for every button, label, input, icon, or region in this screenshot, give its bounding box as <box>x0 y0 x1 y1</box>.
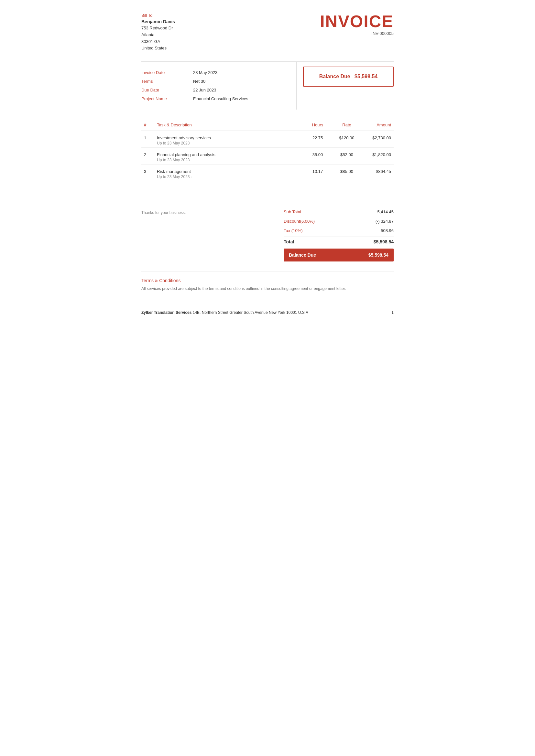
tax-label: Tax (10%) <box>284 228 303 233</box>
footer-company-name: Zylker Translation Services <box>141 310 191 315</box>
col-rate-header: Rate <box>332 119 361 131</box>
project-name-label: Project Name <box>141 96 193 101</box>
item-amount-0: $2,730.00 <box>361 131 394 148</box>
discount-value: (-) 324.87 <box>376 219 394 224</box>
invoice-title: INVOICE <box>320 13 394 30</box>
info-table: Invoice Date 23 May 2023 Terms Net 30 Du… <box>141 62 296 110</box>
due-date-value: 22 Jun 2023 <box>193 88 216 93</box>
item-rate-0: $120.00 <box>332 131 361 148</box>
thanks-text: Thanks for your business. <box>141 207 186 215</box>
due-date-label: Due Date <box>141 88 193 93</box>
footer-page-number: 1 <box>391 310 394 315</box>
item-desc-2: Risk management Up to 23 May 2023 : <box>154 165 303 181</box>
footer-section: Thanks for your business. Sub Total 5,41… <box>141 207 394 261</box>
due-date-row: Due Date 22 Jun 2023 <box>141 86 296 94</box>
item-hours-2: 10.17 <box>303 165 332 181</box>
table-row: 1 Investment advisory services Up to 23 … <box>141 131 394 148</box>
item-title-0: Investment advisory services <box>157 135 300 140</box>
bill-to-address: 753 Redwood Dr Atlanta 30301 GA United S… <box>141 25 175 52</box>
terms-value: Net 30 <box>193 79 205 84</box>
terms-text: All services provided are subject to the… <box>141 286 394 292</box>
items-table: # Task & Description Hours Rate Amount 1… <box>141 119 394 181</box>
item-num-1: 2 <box>141 148 154 165</box>
item-hours-0: 22.75 <box>303 131 332 148</box>
col-hash-header: # <box>141 119 154 131</box>
discount-row: Discount(6.00%) (-) 324.87 <box>284 217 394 226</box>
balance-due-row: Balance Due $5,598.54 <box>284 249 394 261</box>
invoice-number: INV-000005 <box>320 31 394 36</box>
item-subtitle-0: Up to 23 May 2023 <box>157 141 300 146</box>
bill-to-name: Benjamin Davis <box>141 19 175 24</box>
balance-due-box-text: Balance Due $5,598.54 <box>319 74 378 79</box>
item-amount-1: $1,820.00 <box>361 148 394 165</box>
invoice-title-block: INVOICE INV-000005 <box>320 13 394 36</box>
table-row: 2 Financial planning and analysis Up to … <box>141 148 394 165</box>
discount-label: Discount(6.00%) <box>284 219 315 224</box>
total-value: $5,598.54 <box>374 239 394 244</box>
item-subtitle-2: Up to 23 May 2023 : <box>157 175 300 179</box>
total-row: Total $5,598.54 <box>284 237 394 247</box>
page-footer: Zylker Translation Services 14B, Norther… <box>141 305 394 315</box>
invoice-date-label: Invoice Date <box>141 70 193 75</box>
address-country: United States <box>141 45 175 52</box>
total-label: Total <box>284 239 294 244</box>
item-num-2: 3 <box>141 165 154 181</box>
col-amount-header: Amount <box>361 119 394 131</box>
item-title-2: Risk management <box>157 169 300 174</box>
balance-due-box-amount: $5,598.54 <box>354 74 378 79</box>
item-title-1: Financial planning and analysis <box>157 152 300 157</box>
item-rate-2: $85.00 <box>332 165 361 181</box>
col-hours-header: Hours <box>303 119 332 131</box>
address-zip-state: 30301 GA <box>141 39 175 45</box>
table-header-row: # Task & Description Hours Rate Amount <box>141 119 394 131</box>
item-desc-0: Investment advisory services Up to 23 Ma… <box>154 131 303 148</box>
invoice-date-row: Invoice Date 23 May 2023 <box>141 68 296 77</box>
bill-to-block: Bill To Benjamin Davis 753 Redwood Dr At… <box>141 13 175 52</box>
item-amount-2: $864.45 <box>361 165 394 181</box>
terms-row: Terms Net 30 <box>141 77 296 86</box>
bill-to-label: Bill To <box>141 13 175 18</box>
balance-due-box-label: Balance Due <box>319 74 350 79</box>
balance-due-box: Balance Due $5,598.54 <box>303 67 394 87</box>
address-line1: 753 Redwood Dr <box>141 25 175 32</box>
table-row: 3 Risk management Up to 23 May 2023 : 10… <box>141 165 394 181</box>
terms-label: Terms <box>141 79 193 84</box>
tax-value: 508.96 <box>381 228 394 233</box>
project-name-row: Project Name Financial Consulting Servic… <box>141 94 296 103</box>
footer-company: Zylker Translation Services 14B, Norther… <box>141 310 308 315</box>
item-hours-1: 35.00 <box>303 148 332 165</box>
totals-table: Sub Total 5,414.45 Discount(6.00%) (-) 3… <box>284 207 394 261</box>
terms-title: Terms & Conditions <box>141 278 394 283</box>
sub-total-label: Sub Total <box>284 209 301 214</box>
sub-total-row: Sub Total 5,414.45 <box>284 207 394 217</box>
col-desc-header: Task & Description <box>154 119 303 131</box>
invoice-date-value: 23 May 2023 <box>193 70 217 75</box>
balance-due-row-value: $5,598.54 <box>368 253 388 257</box>
item-num-0: 1 <box>141 131 154 148</box>
balance-due-row-label: Balance Due <box>289 253 316 257</box>
item-rate-1: $52.00 <box>332 148 361 165</box>
header-section: Bill To Benjamin Davis 753 Redwood Dr At… <box>141 13 394 52</box>
footer-address-text: 14B, Northern Street Greater South Avenu… <box>193 310 308 315</box>
info-balance-section: Invoice Date 23 May 2023 Terms Net 30 Du… <box>141 62 394 110</box>
item-desc-1: Financial planning and analysis Up to 23… <box>154 148 303 165</box>
address-city: Atlanta <box>141 32 175 39</box>
item-subtitle-1: Up to 23 May 2023 <box>157 158 300 162</box>
sub-total-value: 5,414.45 <box>377 209 394 214</box>
terms-section: Terms & Conditions All services provided… <box>141 271 394 292</box>
tax-row: Tax (10%) 508.96 <box>284 226 394 235</box>
project-name-value: Financial Consulting Services <box>193 96 248 101</box>
